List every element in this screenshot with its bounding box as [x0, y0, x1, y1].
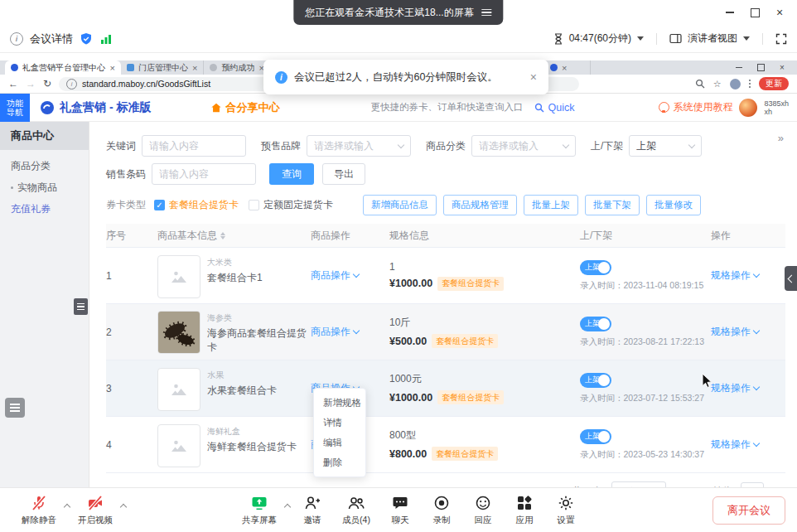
- toast-close-icon[interactable]: ×: [530, 70, 537, 84]
- banner-menu-icon[interactable]: [482, 9, 492, 17]
- meeting-details-link[interactable]: 会议详情: [30, 31, 73, 46]
- export-button[interactable]: 导出: [322, 163, 365, 185]
- menu-item-details[interactable]: 详情: [314, 413, 365, 433]
- product-action-link[interactable]: 商品操作: [311, 268, 359, 283]
- window-close-button[interactable]: ×: [767, 0, 792, 25]
- tutorial-link[interactable]: 系统使用教程: [659, 100, 732, 114]
- share-options-chevron[interactable]: [283, 488, 292, 532]
- view-mode-select[interactable]: 演讲者视图: [688, 31, 737, 46]
- spec-action-link[interactable]: 规格操作: [711, 268, 759, 283]
- browser-update-button[interactable]: 更新: [759, 77, 789, 90]
- dock-label: 解除静音: [22, 515, 56, 526]
- reaction-button[interactable]: 回应: [462, 494, 504, 526]
- function-nav-button[interactable]: 功能导航: [0, 94, 30, 122]
- record-button[interactable]: 录制: [421, 494, 462, 526]
- sidebar-collapse-handle[interactable]: [74, 298, 88, 315]
- network-signal-icon[interactable]: [99, 33, 113, 45]
- add-product-button[interactable]: 新增商品信息: [363, 195, 437, 215]
- bookmark-star-icon[interactable]: ☆: [713, 79, 722, 89]
- members-button[interactable]: 成员(4): [333, 494, 379, 526]
- browser-tab[interactable]: 预约成功 ×: [204, 60, 270, 75]
- table-row[interactable]: 3 水果 水果套餐组合卡 商品操作 1000元 ¥1000.00套餐组合提货卡 …: [106, 360, 785, 417]
- collapse-filters-icon[interactable]: »: [778, 132, 784, 144]
- leave-meeting-button[interactable]: 离开会议: [712, 496, 785, 525]
- sidebar-item-category[interactable]: 商品分类: [0, 155, 89, 177]
- menu-item-add-spec[interactable]: 新增规格: [314, 393, 365, 413]
- browser-tab-partial[interactable]: ×: [544, 60, 591, 75]
- settings-button[interactable]: 设置: [545, 494, 587, 526]
- table-row[interactable]: 2 海参类 海参商品套餐组合提货卡 商品操作 10斤 ¥500.00套餐组合提货…: [106, 304, 785, 360]
- product-name: 水果套餐组合卡: [207, 384, 277, 398]
- spec-manage-button[interactable]: 商品规格管理: [443, 195, 517, 215]
- window-maximize-button[interactable]: [742, 0, 767, 25]
- sidebar-item-label: 商品分类: [11, 159, 51, 173]
- meeting-timer[interactable]: 04:47(60分钟): [569, 31, 631, 46]
- meeting-dock: 解除静音 开启视频 共享屏幕 邀请: [0, 487, 797, 532]
- shelf-select[interactable]: 上架: [629, 135, 702, 157]
- product-category: 海鲜礼盒: [207, 426, 297, 438]
- shelf-toggle[interactable]: 上架: [580, 260, 611, 275]
- shelf-toggle[interactable]: 上架: [580, 373, 611, 388]
- menu-item-delete[interactable]: 删除: [314, 452, 365, 472]
- spec-action-link[interactable]: 规格操作: [711, 438, 759, 452]
- browser-profile-avatar[interactable]: [730, 79, 741, 89]
- sidebar-item-physical-goods[interactable]: 实物商品: [0, 177, 89, 198]
- spec-action-link[interactable]: 规格操作: [711, 381, 759, 395]
- batch-on-shelf-button[interactable]: 批量上架: [524, 195, 578, 215]
- share-screen-button[interactable]: 共享屏幕: [235, 494, 283, 526]
- timer-dropdown-icon[interactable]: [637, 36, 644, 41]
- meeting-list-toggle[interactable]: [5, 398, 25, 418]
- forward-icon[interactable]: →: [26, 78, 36, 89]
- mic-options-chevron[interactable]: [63, 488, 71, 532]
- brand-select[interactable]: 请选择或输入: [307, 135, 411, 157]
- sort-icon[interactable]: [220, 232, 225, 239]
- tab-close-icon[interactable]: ×: [192, 63, 197, 73]
- zoom-icon[interactable]: [695, 79, 705, 89]
- checkbox-fixed-card[interactable]: 定额固定提货卡: [249, 198, 346, 212]
- card-type-badge: 套餐组合提货卡: [432, 447, 498, 461]
- checkbox-combo-card[interactable]: ✓ 套餐组合提货卡: [154, 198, 239, 212]
- site-info-icon[interactable]: i: [66, 79, 77, 89]
- unmute-button[interactable]: 解除静音: [15, 494, 63, 526]
- header-info[interactable]: 商品基本信息: [157, 229, 311, 243]
- product-action-link[interactable]: 商品操作: [311, 325, 359, 339]
- table-row[interactable]: 4 海鲜礼盒 海鲜套餐组合提货卡 商品操作 800型 ¥800.00套餐组合提货…: [106, 417, 785, 473]
- quick-search-link[interactable]: Quick: [534, 102, 574, 114]
- batch-edit-button[interactable]: 批量修改: [646, 195, 701, 215]
- category-select[interactable]: 请选择或输入: [471, 135, 576, 157]
- invite-button[interactable]: 邀请: [292, 494, 333, 526]
- menu-item-edit[interactable]: 编辑: [314, 433, 365, 452]
- panel-expand-handle[interactable]: [785, 266, 797, 291]
- browser-close-button[interactable]: ×: [774, 61, 790, 74]
- fullscreen-icon[interactable]: [775, 33, 787, 45]
- browser-maximize-button[interactable]: [752, 61, 769, 74]
- browser-tab-active[interactable]: 礼盒营销平台管理中心 ×: [5, 60, 121, 75]
- security-shield-icon[interactable]: [80, 32, 93, 46]
- browser-tab[interactable]: 门店管理中心 ×: [121, 60, 204, 75]
- browser-minimize-button[interactable]: [731, 61, 747, 74]
- tab-close-icon[interactable]: ×: [110, 63, 115, 73]
- chat-button[interactable]: 聊天: [379, 494, 421, 526]
- shelf-toggle[interactable]: 上架: [580, 429, 611, 444]
- spec-action-link[interactable]: 规格操作: [711, 325, 759, 339]
- share-center-link[interactable]: 合分享中心: [210, 100, 279, 115]
- sidebar-item-gift-voucher[interactable]: 充值礼券: [0, 198, 89, 220]
- shelf-toggle[interactable]: 上架: [580, 317, 611, 331]
- tab-close-icon[interactable]: ×: [562, 63, 567, 73]
- table-row[interactable]: 1 大米类 套餐组合卡1 商品操作 1 ¥1000.00套餐组合提货卡 上架 录…: [106, 248, 785, 304]
- refresh-icon[interactable]: ↻: [43, 78, 51, 89]
- back-icon[interactable]: ←: [8, 78, 18, 89]
- spec-value: 1000元: [389, 372, 580, 386]
- search-button[interactable]: 查询: [269, 163, 314, 185]
- batch-off-shelf-button[interactable]: 批量下架: [585, 195, 640, 215]
- browser-menu-icon[interactable]: [749, 80, 751, 88]
- view-dropdown-icon[interactable]: [743, 36, 750, 41]
- apps-button[interactable]: 应用: [504, 494, 545, 526]
- start-video-button[interactable]: 开启视频: [71, 494, 119, 526]
- keyword-input[interactable]: [142, 135, 246, 157]
- user-avatar[interactable]: [739, 99, 757, 117]
- video-options-chevron[interactable]: [119, 488, 128, 532]
- window-minimize-button[interactable]: [717, 0, 742, 25]
- product-category: 大米类: [207, 257, 263, 268]
- barcode-input[interactable]: [152, 163, 256, 185]
